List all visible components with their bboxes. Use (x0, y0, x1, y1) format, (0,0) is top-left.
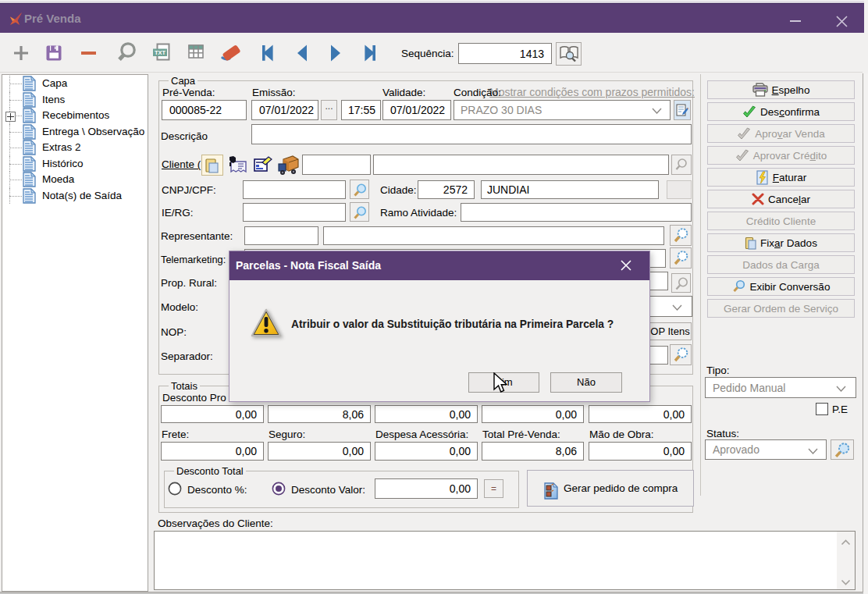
svg-text:TXT: TXT (155, 49, 166, 56)
